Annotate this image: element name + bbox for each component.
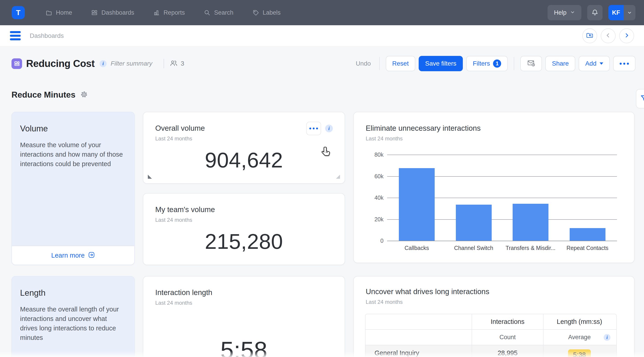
x-axis-label: Transfers & Misdir... [501,245,560,251]
dashboard-icon [91,9,98,16]
avatar: KF [608,5,624,20]
overall-volume-card: Overall volume Last 24 months 904,642 [143,112,345,184]
column-header: Length (mm:ss) [543,314,616,329]
info-icon[interactable] [100,60,106,67]
collaborator-count: 3 [181,60,184,67]
header-actions: Undo Reset Save filters Filters 1 Share … [356,56,636,71]
notifications-button[interactable] [587,5,602,20]
card-menu-button[interactable] [306,122,321,135]
card-title: Volume [20,124,126,134]
undo-button[interactable]: Undo [356,60,371,67]
folder-icon [46,9,52,16]
count-cell: 28,995 [472,345,543,357]
nav-item-search[interactable]: Search [204,9,234,16]
chevron-down-icon [570,9,575,16]
section-head: Reduce Minutes [12,90,88,100]
nav-item-labels[interactable]: Labels [252,9,281,16]
page-title: Reducing Cost [26,58,95,69]
y-axis-tick: 60k [354,172,384,180]
chart-bar-repeat-contacts[interactable] [570,228,606,241]
card-period: Last 24 months [155,136,344,142]
length-guide-card: Length Measure the overall length of you… [12,276,135,357]
move-to-folder-button[interactable] [582,28,597,43]
card-description: Measure the volume of your interactions … [20,140,126,168]
nav-item-dashboards[interactable]: Dashboards [91,9,134,16]
chevron-right-icon [623,32,630,40]
filter-panel-button[interactable] [636,89,644,108]
bar-chart-plot: 80k60k40k20k0CallbacksChannel SwitchTran… [354,112,634,262]
long-interactions-drivers-card: Uncover what drives long interactions La… [353,276,634,357]
table-corner-cell [366,314,472,329]
nav-item-reports[interactable]: Reports [153,9,185,16]
forward-button[interactable] [619,28,634,43]
dashboard-app: T Home Dashboards Reports Search [0,0,644,357]
collaborators[interactable]: 3 [170,59,184,68]
gridline [387,154,617,155]
sub-header: Average [543,330,616,345]
card-title: Interaction length [155,288,344,297]
metric-value: 5:58 [143,336,344,357]
funnel-icon [640,94,644,104]
learn-more-link[interactable]: Learn more [12,246,134,264]
chevron-down-icon [624,5,636,20]
card-period: Last 24 months [155,217,344,223]
people-icon [170,59,178,68]
nav-item-home[interactable]: Home [46,9,72,16]
table-row: General Inquiry 28,995 5:38 [366,345,616,357]
divider [514,57,514,70]
bar-chart-icon [153,9,160,16]
caret-down-icon [600,62,603,65]
page-header: Reducing Cost Filter summary 3 Undo Rese… [0,46,644,81]
nav-label: Dashboards [102,9,134,16]
user-menu[interactable]: KF [608,5,636,20]
breadcrumb[interactable]: Dashboards [30,32,64,40]
sub-header: Count [472,330,543,345]
nav-label: Reports [164,9,185,16]
gridline [387,241,617,241]
team-volume-card: My team's volume Last 24 months 215,280 [143,193,345,265]
metric-value: 904,642 [143,148,344,172]
save-filters-button[interactable]: Save filters [419,56,463,71]
divider [379,57,380,70]
toolbar: Dashboards [0,25,644,46]
info-icon[interactable] [604,334,610,341]
y-axis-tick: 40k [354,194,384,202]
reset-button[interactable]: Reset [386,56,415,71]
back-button[interactable] [601,28,616,43]
chevron-left-icon [605,32,612,40]
drivers-table: Interactions Length (mm:ss) Count Averag… [365,314,617,357]
bell-icon [591,8,599,17]
table-cell [366,330,472,345]
chart-bar-transfers-misdir[interactable] [513,204,548,241]
chart-bar-callbacks[interactable] [399,168,435,241]
duration-badge: 5:38 [568,349,590,357]
filter-summary[interactable]: Filter summary [111,60,152,67]
gear-icon[interactable] [80,90,88,100]
help-button[interactable]: Help [548,5,581,20]
chart-bar-channel-switch[interactable] [456,205,492,241]
menu-icon[interactable] [10,31,21,40]
section-title: Reduce Minutes [12,90,76,100]
info-icon[interactable] [325,125,333,132]
app-logo[interactable]: T [12,6,25,19]
row-label: General Inquiry [366,345,472,357]
open-link-icon [88,251,95,260]
resize-handle[interactable] [148,175,152,179]
filters-button[interactable]: Filters 1 [466,56,508,71]
search-icon [204,9,210,16]
card-description: Measure the overall length of your inter… [20,304,126,342]
add-button[interactable]: Add [579,56,610,71]
share-button[interactable]: Share [545,56,575,71]
resize-handle[interactable] [336,175,340,179]
y-axis-tick: 0 [354,237,384,244]
card-title: My team's volume [155,205,344,214]
x-axis-label: Callbacks [388,245,446,251]
eliminate-interactions-card: Eliminate unnecessary interactions Last … [353,112,634,263]
filters-count-badge: 1 [493,60,501,68]
average-cell: 5:38 [543,345,616,357]
x-axis-label: Channel Switch [444,245,503,251]
more-button[interactable] [613,56,636,71]
ellipsis-icon [620,63,629,65]
schedule-email-button[interactable] [520,56,542,71]
interaction-length-card: Interaction length Last 24 months 5:58 [143,276,345,357]
